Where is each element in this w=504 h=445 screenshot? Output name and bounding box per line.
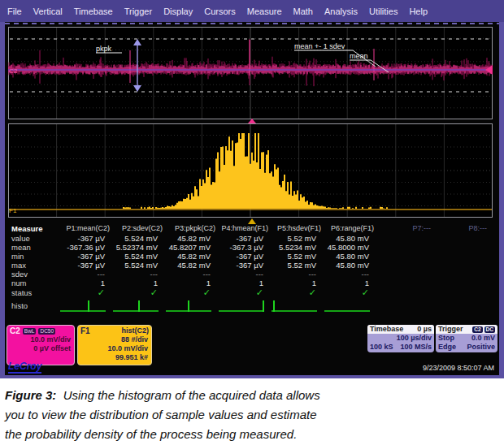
measure-cell-p8-mean — [434, 243, 490, 252]
measure-cell-p3-num: 1 — [166, 279, 219, 287]
menu-item-measure[interactable]: Measure — [247, 6, 282, 16]
mini-histogram-icon — [113, 300, 159, 313]
trigger-type: Edge — [438, 343, 456, 352]
mini-histogram-icon — [60, 300, 106, 313]
timebase-delay: 0 µs — [417, 325, 432, 334]
histicon-cell-p5 — [272, 298, 324, 313]
measure-col-header-p5[interactable]: P5:hsdev(F1) — [272, 223, 324, 234]
measure-cell-p7-min — [377, 252, 434, 261]
mini-histogram-icon — [219, 300, 264, 313]
f1-function: hist(C2) — [122, 326, 150, 335]
measure-cell-p7-value — [377, 234, 434, 243]
measure-cell-p4-num: 1 — [219, 279, 272, 287]
menu-item-analysis[interactable]: Analysis — [324, 6, 358, 16]
measure-cell-p5-min: 5.52 mV — [272, 252, 324, 261]
pkpk-annotation: pkpk — [96, 45, 112, 53]
measure-cell-p5-sdev: --- — [272, 270, 324, 279]
measure-cell-p7-mean — [377, 243, 434, 252]
datetime-display: 9/23/2009 8:50:07 AM — [423, 364, 494, 372]
c2-label: C2 — [10, 326, 20, 335]
measure-col-header-p3[interactable]: P3:pkpk(C2) — [166, 223, 219, 234]
channel-c2-descriptor[interactable]: C2 BwL DC50 10.0 mV/div 0 µV offset — [7, 325, 75, 365]
mini-histogram-icon — [272, 300, 317, 313]
status-check-icon-p7 — [377, 287, 434, 298]
timebase-descriptor[interactable]: Timebase 0 µs 100 µs/div 100 kS100 MS/s — [367, 325, 434, 352]
measure-cell-p3-mean: 45.8207 mV — [166, 243, 219, 252]
pkpk-arrow-top-icon — [133, 39, 141, 45]
c2-bwl-badge: BwL — [23, 328, 37, 335]
measure-cell-p6-mean: 45.8000 mV — [324, 243, 377, 252]
trigger-coupling-badge: DC — [484, 326, 495, 333]
menu-item-display[interactable]: Display — [163, 6, 193, 16]
measure-cell-p8-num — [434, 279, 490, 287]
measure-cell-p5-mean: 5.5234 mV — [272, 243, 324, 252]
c2-offset: 0 µV offset — [7, 344, 74, 353]
menu-item-file[interactable]: File — [7, 6, 22, 16]
measure-col-header-p1[interactable]: P1:mean(C2) — [60, 223, 113, 234]
c2-trace-label: C2 — [9, 67, 18, 75]
menu-item-vertical[interactable]: Vertical — [33, 6, 63, 16]
c2-volts-per-div: 10.0 mV/div — [7, 335, 74, 344]
mini-histogram-icon — [324, 300, 370, 313]
waveform-graticule[interactable]: pkpkmean +- 1 sdevmeanC2 — [8, 27, 493, 119]
figure-caption-line3: the probability density of the process b… — [5, 425, 497, 444]
measure-cell-p8-min — [434, 252, 490, 261]
measure-col-header-p8[interactable]: P8:--- — [434, 223, 490, 234]
status-check-icon-p6: ✓ — [324, 287, 377, 298]
histogram-svg: F1 — [8, 123, 493, 218]
trigger-source-badge: C2 — [472, 326, 482, 333]
measure-col-header-p7[interactable]: P7:--- — [377, 223, 434, 234]
trigger-slope: Positive — [467, 343, 495, 352]
status-check-icon-p1: ✓ — [60, 287, 113, 298]
measure-table: MeasureP1:mean(C2)P2:sdev(C2)P3:pkpk(C2)… — [7, 223, 494, 313]
measure-cell-p2-sdev: --- — [113, 270, 166, 279]
menu-item-trigger[interactable]: Trigger — [124, 6, 152, 16]
figure-caption-line2: you to view the distribution of sample v… — [5, 405, 497, 425]
menu-item-help[interactable]: Help — [409, 6, 428, 16]
c2-coupling-badge: DC50 — [38, 328, 55, 335]
measure-cell-p5-max: 5.52 mV — [272, 261, 324, 270]
menu-separator-dashes — [5, 23, 499, 24]
timebase-label: Timebase — [370, 325, 403, 334]
measure-cell-p5-value: 5.52 mV — [272, 234, 324, 243]
measure-cell-p3-min: 45.82 mV — [166, 252, 219, 261]
measure-row-label-min: min — [7, 252, 60, 261]
measure-cell-p7-max — [377, 261, 434, 270]
measure-cell-p1-sdev: --- — [60, 270, 113, 279]
trace-f1-descriptor[interactable]: F1 hist(C2) 88 #/div 10.0 mV/div 99.951 … — [77, 325, 152, 365]
measure-cell-p6-max: 45.80 mV — [324, 261, 377, 270]
measure-cell-p4-sdev: --- — [219, 270, 272, 279]
menu-item-cursors[interactable]: Cursors — [204, 6, 236, 16]
measure-cell-p2-mean: 5.52374 mV — [113, 243, 166, 252]
histicon-cell-p4 — [219, 298, 272, 313]
measure-cell-p1-value: -367 µV — [60, 234, 113, 243]
measure-cell-p6-num: 1 — [324, 279, 377, 287]
measure-col-header-p4[interactable]: P4:hmean(F1) — [219, 223, 272, 234]
measure-col-header-p2[interactable]: P2:sdev(C2) — [113, 223, 166, 234]
figure-caption: Figure 3: Using the histogram of the acq… — [0, 378, 504, 444]
histicon-cell-p3 — [166, 298, 219, 313]
timebase-samples: 100 kS — [370, 343, 393, 352]
histicon-cell-p8 — [434, 298, 490, 313]
histogram-graticule[interactable]: F1 — [8, 123, 493, 218]
measure-cell-p4-min: -367 µV — [219, 252, 272, 261]
measure-cell-p7-num — [377, 279, 434, 287]
measure-cell-p1-num: 1 — [60, 279, 113, 287]
measure-cell-p8-sdev — [434, 270, 490, 279]
trigger-descriptor[interactable]: Trigger C2 DC Stop0.0 mV EdgePositive — [436, 325, 497, 352]
status-check-icon-p4: ✓ — [219, 287, 272, 298]
measure-cell-p5-num: 1 — [272, 279, 324, 287]
menu-item-timebase[interactable]: Timebase — [74, 6, 113, 16]
menu-item-utilities[interactable]: Utilities — [369, 6, 398, 16]
histicon-cell-p6 — [324, 298, 377, 313]
waveform-svg: pkpkmean +- 1 sdevmeanC2 — [8, 27, 493, 119]
measure-row-label-max: max — [7, 261, 60, 270]
measure-cell-p1-min: -367 µV — [60, 252, 113, 261]
status-check-icon-p2: ✓ — [113, 287, 166, 298]
menu-item-math[interactable]: Math — [293, 6, 313, 16]
measure-table-title: Measure — [7, 223, 60, 234]
measure-row-label-sdev: sdev — [7, 270, 60, 279]
measure-col-header-p6[interactable]: P6:range(F1) — [324, 223, 377, 234]
timebase-per-div: 100 µs/div — [397, 334, 432, 343]
measure-cell-p7-sdev — [377, 270, 434, 279]
